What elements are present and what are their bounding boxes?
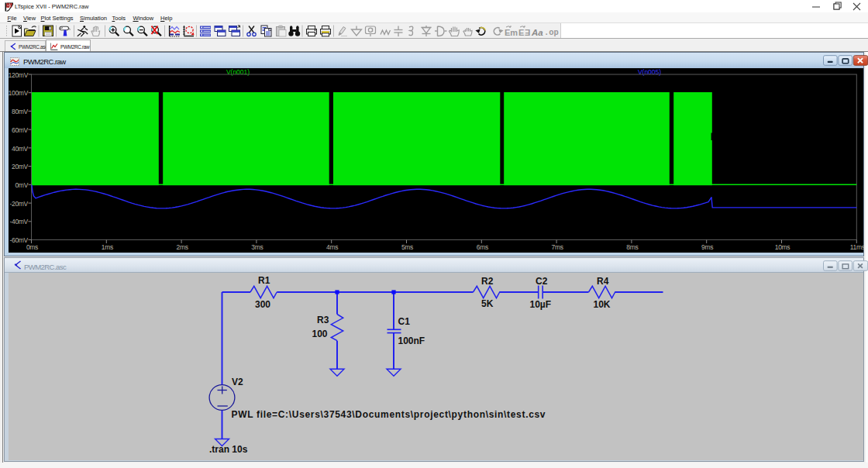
svg-text:10ms: 10ms xyxy=(775,243,790,251)
svg-text:9ms: 9ms xyxy=(701,243,713,251)
svg-text:6ms: 6ms xyxy=(477,243,488,251)
svg-text:3ms: 3ms xyxy=(251,243,263,251)
svg-text:-20mV: -20mV xyxy=(9,199,28,207)
svg-text:Em: Em xyxy=(505,28,518,37)
svg-text:V2: V2 xyxy=(232,377,243,387)
svg-text:8ms: 8ms xyxy=(626,243,638,251)
svg-text:10K: 10K xyxy=(593,299,610,310)
svg-text:R2: R2 xyxy=(481,276,494,287)
svg-text:10µF: 10µF xyxy=(529,299,551,310)
svg-text:R3: R3 xyxy=(317,315,329,325)
svg-text:80mV: 80mV xyxy=(12,108,29,115)
svg-text:Aa: Aa xyxy=(531,28,543,37)
svg-text:20mV: 20mV xyxy=(12,163,29,170)
svg-text:7ms: 7ms xyxy=(552,243,563,251)
svg-text:1ms: 1ms xyxy=(102,243,113,251)
svg-text:.op: .op xyxy=(544,28,559,37)
svg-text:5K: 5K xyxy=(481,298,494,309)
svg-text:0ms: 0ms xyxy=(26,243,38,251)
svg-text:2ms: 2ms xyxy=(177,243,188,251)
svg-text:120mV: 120mV xyxy=(9,71,29,78)
svg-text:C2: C2 xyxy=(536,276,548,287)
svg-text:-40mV: -40mV xyxy=(9,218,28,225)
svg-text:100mV: 100mV xyxy=(9,89,29,97)
svg-text:C1: C1 xyxy=(398,316,410,327)
svg-text:60mV: 60mV xyxy=(12,126,29,133)
svg-text:PWL file=C:\Users\37543\Docume: PWL file=C:\Users\37543\Documents\projec… xyxy=(231,409,546,420)
svg-text:R1: R1 xyxy=(258,275,270,286)
svg-text:40mV: 40mV xyxy=(12,144,29,152)
svg-text:100nF: 100nF xyxy=(398,336,425,346)
svg-text:300: 300 xyxy=(255,299,270,310)
svg-text:E: E xyxy=(518,28,524,37)
svg-text:R4: R4 xyxy=(597,276,609,287)
svg-text:4ms: 4ms xyxy=(326,243,338,251)
svg-text:100: 100 xyxy=(312,329,327,339)
svg-text:0mV: 0mV xyxy=(15,181,28,188)
svg-text:.tran 10s: .tran 10s xyxy=(209,444,248,455)
svg-text:5ms: 5ms xyxy=(401,243,413,251)
svg-text:Ǝ: Ǝ xyxy=(525,28,530,37)
svg-text:11ms: 11ms xyxy=(850,243,864,251)
